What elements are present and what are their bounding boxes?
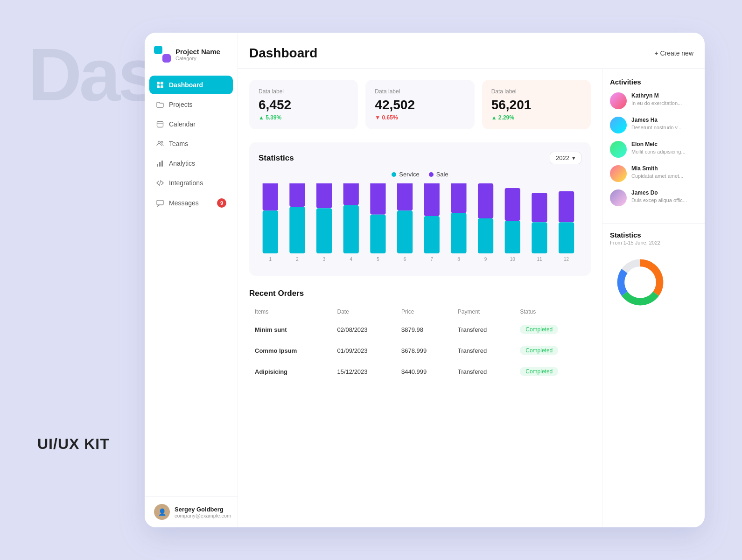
status-badge: Completed <box>520 346 558 355</box>
stat-value-2: 56,201 <box>491 98 581 112</box>
order-price: $879.98 <box>396 319 452 340</box>
stat-value-0: 6,452 <box>259 98 349 112</box>
svg-text:6: 6 <box>404 257 406 262</box>
project-name: Project Name <box>175 48 220 56</box>
svg-rect-14 <box>157 200 163 205</box>
analytics-icon <box>156 159 164 168</box>
svg-rect-27 <box>370 183 385 215</box>
sidebar-logo: Project Name Category <box>145 46 238 76</box>
service-dot <box>392 172 396 177</box>
col-payment: Payment <box>452 305 514 319</box>
activity-info: James Ha Deserunt nostrudo v... <box>631 117 681 133</box>
stats-mini-sub: From 1-15 June, 2022 <box>610 240 697 245</box>
order-status: Completed <box>514 319 591 340</box>
col-items: Items <box>249 305 331 319</box>
main-content: Dashboard + Create new Data label 6,452 … <box>238 33 705 527</box>
year-selector[interactable]: 2022 ▾ <box>550 152 581 164</box>
col-status: Status <box>514 305 591 319</box>
activities-list: Kathryn M In eu do exercitation... James… <box>610 92 697 206</box>
orders-table: Items Date Price Payment Status Minim su… <box>249 305 591 382</box>
sidebar-item-messages[interactable]: Messages 9 <box>149 193 233 213</box>
table-row: Adipisicing 15/12/2023 $440.999 Transfer… <box>249 361 591 382</box>
legend-sale-label: Sale <box>436 171 448 178</box>
order-payment: Transfered <box>452 340 514 361</box>
chart-legend: Service Sale <box>259 171 581 178</box>
activity-info: Mia Smith Cupidatat amet amet... <box>631 165 683 182</box>
activity-info: Elon Melc Mollit cons adipisicing... <box>631 141 686 158</box>
user-name: Sergey Goldberg <box>175 506 231 513</box>
activity-avatar <box>610 117 627 133</box>
main-card: Project Name Category Dashboard <box>145 33 705 527</box>
order-item: Minim sunt <box>249 319 331 340</box>
messages-badge: 9 <box>217 198 226 208</box>
order-status: Completed <box>514 361 591 382</box>
logo-icon <box>154 46 171 63</box>
year-value: 2022 <box>556 154 569 161</box>
user-avatar: 👤 <box>154 504 170 520</box>
stat-value-1: 42,502 <box>375 98 465 112</box>
svg-text:12: 12 <box>564 257 569 262</box>
uiux-kit-label: UI/UX KIT <box>37 435 110 453</box>
svg-text:10: 10 <box>510 257 515 262</box>
orders-table-head: Items Date Price Payment Status <box>249 305 591 319</box>
chevron-down-icon: ▾ <box>572 154 575 161</box>
sidebar-item-dashboard[interactable]: Dashboard <box>149 76 233 94</box>
donut-center <box>626 268 655 297</box>
legend-sale: Sale <box>429 171 448 178</box>
svg-rect-39 <box>478 183 493 218</box>
stat-label-2: Data label <box>491 88 581 95</box>
activity-info: Kathryn M In eu do exercitation... <box>631 92 682 109</box>
order-price: $678.999 <box>396 340 452 361</box>
sale-dot <box>429 172 434 177</box>
svg-rect-34 <box>424 216 440 253</box>
activity-name: Kathryn M <box>631 92 682 99</box>
svg-rect-31 <box>397 210 413 253</box>
svg-rect-28 <box>370 215 385 253</box>
chart-title: Statistics <box>259 154 294 163</box>
sidebar-item-label-integrations: Integrations <box>169 179 203 187</box>
sidebar-item-teams[interactable]: Teams <box>149 134 233 153</box>
messages-icon <box>156 199 164 207</box>
sidebar-item-label-projects: Projects <box>169 101 193 108</box>
activity-text: In eu do exercitation... <box>631 100 682 107</box>
chart-section: Statistics 2022 ▾ Service S <box>249 142 591 276</box>
stat-change-2: ▲ 2.29% <box>491 114 581 121</box>
svg-rect-15 <box>263 183 278 210</box>
svg-text:3: 3 <box>323 257 326 262</box>
order-item: Commo Ipsum <box>249 340 331 361</box>
order-price: $440.999 <box>396 361 452 382</box>
sidebar-item-label-dashboard: Dashboard <box>169 81 203 89</box>
activities-section: Activities Kathryn M In eu do exercitati… <box>602 69 705 223</box>
orders-table-body: Minim sunt 02/08/2023 $879.98 Transfered… <box>249 319 591 382</box>
sidebar-item-projects[interactable]: Projects <box>149 95 233 114</box>
activity-name: James Ha <box>631 117 681 123</box>
folder-icon <box>156 100 164 109</box>
order-status: Completed <box>514 340 591 361</box>
sidebar-item-label-calendar: Calendar <box>169 120 196 128</box>
stat-cards: Data label 6,452 ▲ 5.39% Data label 42,5… <box>249 80 591 129</box>
svg-rect-0 <box>157 82 160 84</box>
activity-avatar <box>610 189 627 206</box>
activity-name: Elon Melc <box>631 141 686 147</box>
sidebar-item-integrations[interactable]: Integrations <box>149 174 233 192</box>
activity-avatar <box>610 92 627 109</box>
svg-text:5: 5 <box>377 257 379 262</box>
code-icon <box>156 179 164 187</box>
svg-text:4: 4 <box>350 257 353 262</box>
sidebar-item-calendar[interactable]: Calendar <box>149 115 233 133</box>
create-new-button[interactable]: + Create new <box>654 49 693 57</box>
col-date: Date <box>331 305 396 319</box>
svg-rect-48 <box>559 191 574 223</box>
activity-info: James Do Duis excep aliqua offic... <box>631 189 687 206</box>
svg-rect-42 <box>505 188 520 221</box>
activity-name: Mia Smith <box>631 165 683 172</box>
svg-rect-22 <box>316 208 332 253</box>
sidebar-item-analytics[interactable]: Analytics <box>149 154 233 173</box>
svg-text:9: 9 <box>484 257 487 262</box>
sidebar-item-label-messages: Messages <box>169 199 199 207</box>
page-title: Dashboard <box>249 46 317 61</box>
sidebar: Project Name Category Dashboard <box>145 33 238 527</box>
stat-change-0: ▲ 5.39% <box>259 114 349 121</box>
activity-avatar <box>610 141 627 158</box>
svg-rect-40 <box>478 218 493 253</box>
